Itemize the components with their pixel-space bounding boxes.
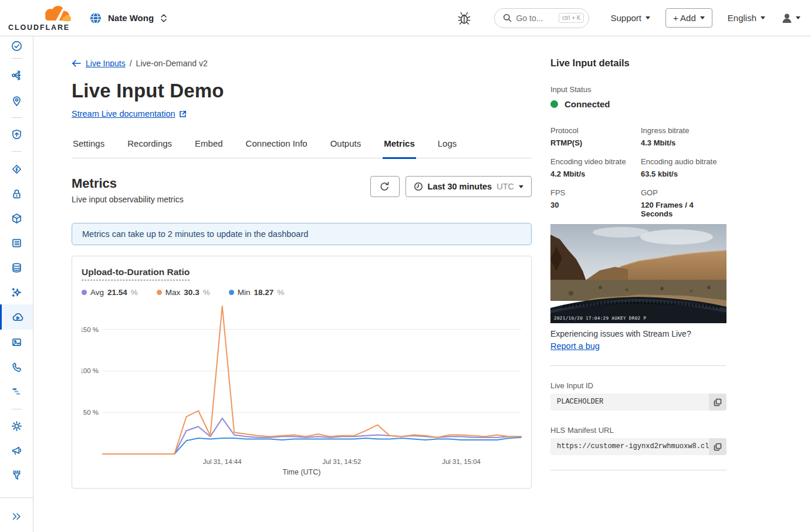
cube-icon xyxy=(11,212,23,225)
caret-down-icon xyxy=(646,16,650,19)
legend-item-min[interactable]: Min 18.27 % xyxy=(229,288,285,297)
detail-ingress-bitrate: Ingress bitrate 4.3 Mbit/s xyxy=(641,126,726,147)
live-input-id-value: PLACEHOLDER xyxy=(550,394,709,411)
shield-refresh-icon xyxy=(11,128,23,141)
breadcrumb: Live Inputs / Live-on-Demand v2 xyxy=(72,59,532,68)
detail-protocol: Protocol RTMP(S) xyxy=(550,126,641,147)
tab-embed[interactable]: Embed xyxy=(194,138,224,158)
account-selector[interactable]: Nate Wong xyxy=(89,12,168,25)
metrics-info-banner: Metrics can take up to 2 minutes to upda… xyxy=(72,223,532,245)
map-pin-icon xyxy=(11,95,23,107)
sidebar-item-server-box[interactable] xyxy=(0,232,33,253)
tab-logs[interactable]: Logs xyxy=(437,138,458,158)
language-menu[interactable]: English xyxy=(728,13,765,23)
search-icon xyxy=(503,13,512,22)
user-avatar-icon xyxy=(780,12,793,25)
sidebar-item-map-pin[interactable] xyxy=(0,90,33,111)
sidebar-item-shield-refresh[interactable] xyxy=(0,124,33,145)
details-heading: Live Input details xyxy=(550,57,726,69)
sidebar-item-megaphone[interactable] xyxy=(0,440,33,461)
caret-down-icon xyxy=(519,185,523,188)
user-menu[interactable] xyxy=(780,12,800,25)
sidebar-item-share-nodes[interactable] xyxy=(0,65,33,86)
globe-icon xyxy=(89,12,102,25)
funnel-icon xyxy=(11,469,23,482)
bug-report-icon[interactable] xyxy=(457,10,472,26)
metrics-header-row: Metrics Live input observability metrics… xyxy=(72,176,532,204)
global-search[interactable]: ctrl + K xyxy=(494,8,589,28)
chevron-up-down-icon xyxy=(160,13,168,23)
tab-metrics[interactable]: Metrics xyxy=(383,138,416,159)
sidebar-item-queue-bars[interactable] xyxy=(0,381,33,402)
caret-down-icon xyxy=(700,16,705,19)
hls-manifest-url-label: HLS Manifest URL xyxy=(550,426,726,435)
left-nav-sidebar xyxy=(0,36,33,532)
copy-live-input-id-button[interactable] xyxy=(709,394,726,411)
legend-dot-min xyxy=(229,290,234,295)
input-status-row: Connected xyxy=(550,99,726,109)
copy-hls-url-button[interactable] xyxy=(709,438,726,455)
keyboard-shortcut-badge: ctrl + K xyxy=(559,13,584,23)
layers-bolt-icon xyxy=(11,163,23,175)
clock-icon xyxy=(414,182,423,191)
copy-icon xyxy=(714,443,722,451)
status-connected-dot xyxy=(550,100,558,108)
refresh-icon xyxy=(379,181,390,192)
search-input[interactable] xyxy=(516,13,555,23)
live-video-preview[interactable]: 2021/10/20 17:04:29 AUKEY DR02 P xyxy=(550,224,726,323)
cloudflare-logo[interactable]: CLOUDFLARE xyxy=(8,4,74,32)
external-link-icon xyxy=(179,110,187,118)
tab-recordings[interactable]: Recordings xyxy=(126,138,173,158)
legend-item-max[interactable]: Max 30.3 % xyxy=(157,288,210,297)
detail-gop: GOP 120 Frames / 4 Seconds xyxy=(641,188,726,218)
time-range-value: Last 30 minutes xyxy=(428,182,492,191)
queue-bars-icon xyxy=(11,385,23,398)
tab-connection-info[interactable]: Connection Info xyxy=(245,138,309,158)
metrics-controls: Last 30 minutes UTC xyxy=(370,176,532,197)
tab-outputs[interactable]: Outputs xyxy=(329,138,363,158)
legend-dot-max xyxy=(157,290,162,295)
sidebar-item-clock-check[interactable] xyxy=(0,35,33,56)
arrow-left-icon xyxy=(72,59,82,67)
detail-audio-bitrate: Encoding audio bitrate 63.5 kbit/s xyxy=(641,157,726,178)
sidebar-item-gear[interactable] xyxy=(0,415,33,436)
header-actions: ctrl + K Support + Add English xyxy=(457,8,800,28)
sidebar-item-cube[interactable] xyxy=(0,208,33,229)
line-chart[interactable]: 50 %100 %150 %Jul 31, 14:44Jul 31, 14:52… xyxy=(82,301,522,467)
sparkles-icon xyxy=(11,286,23,299)
add-button[interactable]: + Add xyxy=(665,8,712,28)
sidebar-item-lock[interactable] xyxy=(0,183,33,204)
share-nodes-icon xyxy=(11,69,23,82)
hls-manifest-url-field: https://customer-igynxd2rwhmuoxw8.cloudf xyxy=(550,438,726,455)
refresh-button[interactable] xyxy=(370,176,400,197)
support-menu[interactable]: Support xyxy=(610,13,650,23)
sidebar-item-stream-active[interactable] xyxy=(0,304,33,330)
chart-title[interactable]: Upload-to-Duration Ratio xyxy=(82,267,190,280)
legend-item-avg[interactable]: Avg 21.54 % xyxy=(82,288,138,297)
sidebar-collapse-button[interactable] xyxy=(0,506,33,527)
svg-text:Jul 31, 14:52: Jul 31, 14:52 xyxy=(322,458,361,465)
video-timestamp-overlay: 2021/10/20 17:04:29 AUKEY DR02 P xyxy=(554,316,646,321)
account-name: Nate Wong xyxy=(108,13,154,23)
double-chevron-right-icon xyxy=(11,510,23,523)
sidebar-item-layers-bolt[interactable] xyxy=(0,158,33,179)
svg-text:50 %: 50 % xyxy=(83,409,99,416)
documentation-link-row: Stream Live documentation xyxy=(72,109,532,118)
report-bug-link[interactable]: Report a bug xyxy=(550,341,600,351)
tab-settings[interactable]: Settings xyxy=(72,138,106,158)
svg-text:100 %: 100 % xyxy=(82,367,99,374)
cloudflare-cloud-icon xyxy=(45,6,71,22)
input-status-label: Input Status xyxy=(550,85,726,94)
time-range-selector[interactable]: Last 30 minutes UTC xyxy=(406,176,532,197)
sidebar-item-database[interactable] xyxy=(0,257,33,278)
stream-docs-link[interactable]: Stream Live documentation xyxy=(72,109,175,118)
detail-fps: FPS 30 xyxy=(550,188,641,218)
sidebar-item-phone[interactable] xyxy=(0,356,33,377)
metrics-heading-block: Metrics Live input observability metrics xyxy=(72,176,184,204)
breadcrumb-separator: / xyxy=(130,59,132,68)
sidebar-item-sparkles[interactable] xyxy=(0,282,33,303)
sidebar-item-image[interactable] xyxy=(0,331,33,353)
cloud-play-icon xyxy=(11,311,24,324)
sidebar-item-funnel[interactable] xyxy=(0,465,33,486)
breadcrumb-back-link[interactable]: Live Inputs xyxy=(86,59,126,68)
